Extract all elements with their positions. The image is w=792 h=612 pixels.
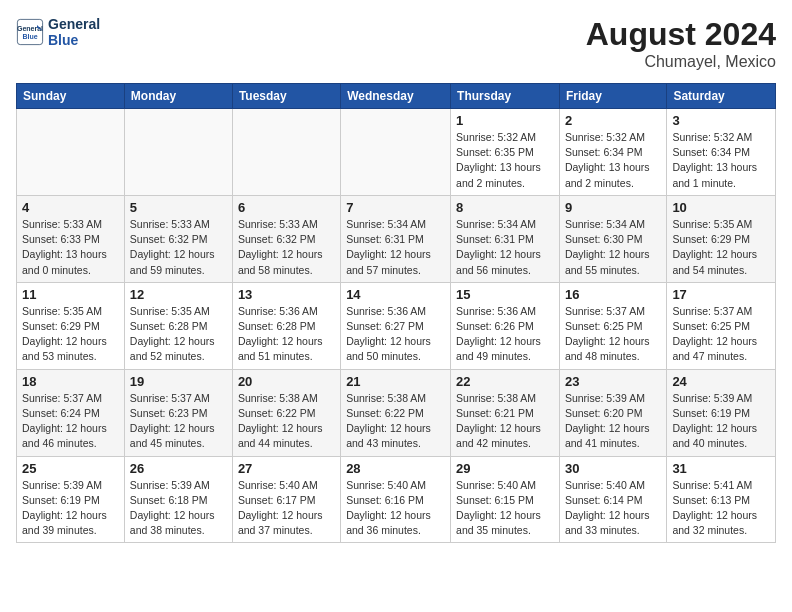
calendar-week-row: 18Sunrise: 5:37 AM Sunset: 6:24 PM Dayli…: [17, 369, 776, 456]
calendar-week-row: 25Sunrise: 5:39 AM Sunset: 6:19 PM Dayli…: [17, 456, 776, 543]
calendar-day-cell: 22Sunrise: 5:38 AM Sunset: 6:21 PM Dayli…: [451, 369, 560, 456]
day-info: Sunrise: 5:35 AM Sunset: 6:28 PM Dayligh…: [130, 304, 227, 365]
logo-text-general: General: [48, 16, 100, 32]
day-number: 2: [565, 113, 661, 128]
calendar-day-cell: 1Sunrise: 5:32 AM Sunset: 6:35 PM Daylig…: [451, 109, 560, 196]
day-number: 8: [456, 200, 554, 215]
day-number: 11: [22, 287, 119, 302]
logo: General Blue General Blue: [16, 16, 100, 48]
calendar-day-cell: 19Sunrise: 5:37 AM Sunset: 6:23 PM Dayli…: [124, 369, 232, 456]
day-info: Sunrise: 5:40 AM Sunset: 6:15 PM Dayligh…: [456, 478, 554, 539]
calendar-day-cell: [124, 109, 232, 196]
calendar-day-cell: [17, 109, 125, 196]
svg-text:Blue: Blue: [22, 33, 37, 40]
day-info: Sunrise: 5:39 AM Sunset: 6:18 PM Dayligh…: [130, 478, 227, 539]
day-number: 5: [130, 200, 227, 215]
day-number: 18: [22, 374, 119, 389]
day-info: Sunrise: 5:37 AM Sunset: 6:23 PM Dayligh…: [130, 391, 227, 452]
day-info: Sunrise: 5:37 AM Sunset: 6:25 PM Dayligh…: [565, 304, 661, 365]
day-number: 9: [565, 200, 661, 215]
day-info: Sunrise: 5:36 AM Sunset: 6:27 PM Dayligh…: [346, 304, 445, 365]
day-info: Sunrise: 5:36 AM Sunset: 6:28 PM Dayligh…: [238, 304, 335, 365]
day-number: 7: [346, 200, 445, 215]
day-info: Sunrise: 5:38 AM Sunset: 6:21 PM Dayligh…: [456, 391, 554, 452]
day-info: Sunrise: 5:32 AM Sunset: 6:34 PM Dayligh…: [565, 130, 661, 191]
day-number: 25: [22, 461, 119, 476]
calendar-week-row: 11Sunrise: 5:35 AM Sunset: 6:29 PM Dayli…: [17, 282, 776, 369]
calendar-day-cell: 13Sunrise: 5:36 AM Sunset: 6:28 PM Dayli…: [232, 282, 340, 369]
calendar-day-cell: 17Sunrise: 5:37 AM Sunset: 6:25 PM Dayli…: [667, 282, 776, 369]
calendar-day-cell: 12Sunrise: 5:35 AM Sunset: 6:28 PM Dayli…: [124, 282, 232, 369]
calendar-day-cell: 25Sunrise: 5:39 AM Sunset: 6:19 PM Dayli…: [17, 456, 125, 543]
weekday-header-wednesday: Wednesday: [341, 84, 451, 109]
day-number: 16: [565, 287, 661, 302]
calendar-day-cell: 11Sunrise: 5:35 AM Sunset: 6:29 PM Dayli…: [17, 282, 125, 369]
calendar-day-cell: 29Sunrise: 5:40 AM Sunset: 6:15 PM Dayli…: [451, 456, 560, 543]
day-info: Sunrise: 5:40 AM Sunset: 6:16 PM Dayligh…: [346, 478, 445, 539]
calendar-day-cell: 9Sunrise: 5:34 AM Sunset: 6:30 PM Daylig…: [559, 195, 666, 282]
day-info: Sunrise: 5:38 AM Sunset: 6:22 PM Dayligh…: [238, 391, 335, 452]
day-number: 31: [672, 461, 770, 476]
calendar-day-cell: 21Sunrise: 5:38 AM Sunset: 6:22 PM Dayli…: [341, 369, 451, 456]
weekday-header-friday: Friday: [559, 84, 666, 109]
day-info: Sunrise: 5:39 AM Sunset: 6:20 PM Dayligh…: [565, 391, 661, 452]
calendar-day-cell: 16Sunrise: 5:37 AM Sunset: 6:25 PM Dayli…: [559, 282, 666, 369]
weekday-header-tuesday: Tuesday: [232, 84, 340, 109]
weekday-header-row: SundayMondayTuesdayWednesdayThursdayFrid…: [17, 84, 776, 109]
day-number: 4: [22, 200, 119, 215]
location-subtitle: Chumayel, Mexico: [586, 53, 776, 71]
day-number: 22: [456, 374, 554, 389]
calendar-day-cell: 3Sunrise: 5:32 AM Sunset: 6:34 PM Daylig…: [667, 109, 776, 196]
calendar-day-cell: 6Sunrise: 5:33 AM Sunset: 6:32 PM Daylig…: [232, 195, 340, 282]
calendar-day-cell: 24Sunrise: 5:39 AM Sunset: 6:19 PM Dayli…: [667, 369, 776, 456]
day-info: Sunrise: 5:34 AM Sunset: 6:31 PM Dayligh…: [456, 217, 554, 278]
day-number: 13: [238, 287, 335, 302]
day-number: 3: [672, 113, 770, 128]
calendar-day-cell: 31Sunrise: 5:41 AM Sunset: 6:13 PM Dayli…: [667, 456, 776, 543]
day-number: 10: [672, 200, 770, 215]
day-info: Sunrise: 5:32 AM Sunset: 6:34 PM Dayligh…: [672, 130, 770, 191]
calendar-day-cell: 23Sunrise: 5:39 AM Sunset: 6:20 PM Dayli…: [559, 369, 666, 456]
calendar-week-row: 4Sunrise: 5:33 AM Sunset: 6:33 PM Daylig…: [17, 195, 776, 282]
logo-text-blue: Blue: [48, 32, 100, 48]
day-number: 20: [238, 374, 335, 389]
calendar-day-cell: 2Sunrise: 5:32 AM Sunset: 6:34 PM Daylig…: [559, 109, 666, 196]
day-info: Sunrise: 5:37 AM Sunset: 6:24 PM Dayligh…: [22, 391, 119, 452]
weekday-header-thursday: Thursday: [451, 84, 560, 109]
calendar-day-cell: 28Sunrise: 5:40 AM Sunset: 6:16 PM Dayli…: [341, 456, 451, 543]
day-info: Sunrise: 5:33 AM Sunset: 6:33 PM Dayligh…: [22, 217, 119, 278]
calendar-table: SundayMondayTuesdayWednesdayThursdayFrid…: [16, 83, 776, 543]
calendar-day-cell: 10Sunrise: 5:35 AM Sunset: 6:29 PM Dayli…: [667, 195, 776, 282]
calendar-day-cell: [232, 109, 340, 196]
calendar-week-row: 1Sunrise: 5:32 AM Sunset: 6:35 PM Daylig…: [17, 109, 776, 196]
calendar-day-cell: 26Sunrise: 5:39 AM Sunset: 6:18 PM Dayli…: [124, 456, 232, 543]
day-number: 17: [672, 287, 770, 302]
svg-rect-0: [17, 19, 42, 44]
day-info: Sunrise: 5:40 AM Sunset: 6:14 PM Dayligh…: [565, 478, 661, 539]
calendar-day-cell: 5Sunrise: 5:33 AM Sunset: 6:32 PM Daylig…: [124, 195, 232, 282]
day-number: 21: [346, 374, 445, 389]
day-number: 1: [456, 113, 554, 128]
calendar-day-cell: 7Sunrise: 5:34 AM Sunset: 6:31 PM Daylig…: [341, 195, 451, 282]
calendar-day-cell: 8Sunrise: 5:34 AM Sunset: 6:31 PM Daylig…: [451, 195, 560, 282]
weekday-header-sunday: Sunday: [17, 84, 125, 109]
calendar-day-cell: 14Sunrise: 5:36 AM Sunset: 6:27 PM Dayli…: [341, 282, 451, 369]
day-number: 23: [565, 374, 661, 389]
calendar-day-cell: 30Sunrise: 5:40 AM Sunset: 6:14 PM Dayli…: [559, 456, 666, 543]
day-number: 6: [238, 200, 335, 215]
day-info: Sunrise: 5:35 AM Sunset: 6:29 PM Dayligh…: [672, 217, 770, 278]
day-info: Sunrise: 5:37 AM Sunset: 6:25 PM Dayligh…: [672, 304, 770, 365]
day-number: 12: [130, 287, 227, 302]
day-info: Sunrise: 5:33 AM Sunset: 6:32 PM Dayligh…: [130, 217, 227, 278]
day-info: Sunrise: 5:40 AM Sunset: 6:17 PM Dayligh…: [238, 478, 335, 539]
day-info: Sunrise: 5:38 AM Sunset: 6:22 PM Dayligh…: [346, 391, 445, 452]
logo-icon: General Blue: [16, 18, 44, 46]
day-number: 19: [130, 374, 227, 389]
day-info: Sunrise: 5:39 AM Sunset: 6:19 PM Dayligh…: [22, 478, 119, 539]
day-info: Sunrise: 5:34 AM Sunset: 6:30 PM Dayligh…: [565, 217, 661, 278]
page-header: General Blue General Blue August 2024 Ch…: [16, 16, 776, 71]
weekday-header-monday: Monday: [124, 84, 232, 109]
calendar-day-cell: 27Sunrise: 5:40 AM Sunset: 6:17 PM Dayli…: [232, 456, 340, 543]
day-number: 28: [346, 461, 445, 476]
title-block: August 2024 Chumayel, Mexico: [586, 16, 776, 71]
